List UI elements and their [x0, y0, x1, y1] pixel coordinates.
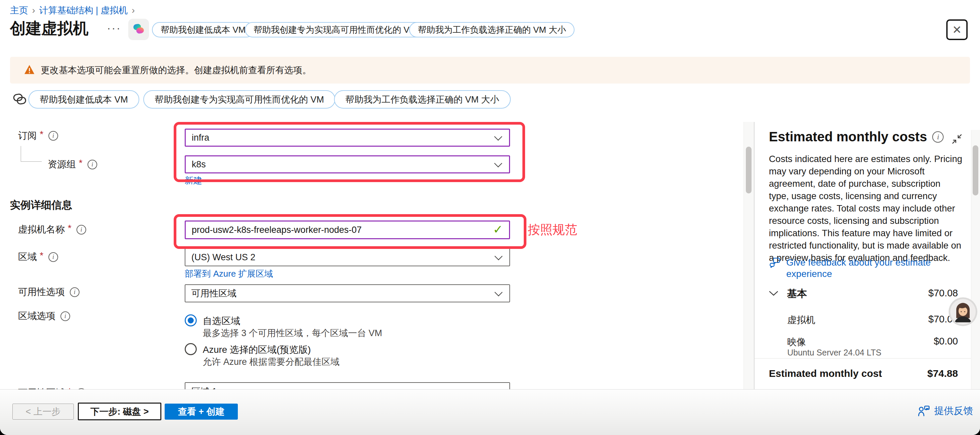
cost-item-name: 映像: [787, 336, 806, 349]
subscription-select[interactable]: infra: [185, 129, 510, 147]
deploy-extended-zones-link[interactable]: 部署到 Azure 扩展区域: [185, 268, 273, 280]
previous-button[interactable]: < 上一步: [12, 403, 74, 420]
suggestion-right-vm-size[interactable]: 帮助我为工作负载选择正确的 VM 大小: [409, 22, 574, 37]
feedback-bubbles-icon: [769, 257, 781, 280]
copilot-outline-icon: [11, 92, 28, 108]
availability-zone-value: 区域 1: [191, 386, 217, 389]
radio-azure-selected-zone-desc: 允许 Azure 根据需要分配最佳区域: [203, 356, 340, 368]
vm-name-input[interactable]: prod-usw2-k8s-freeleaps-worker-nodes-07 …: [185, 220, 510, 239]
form-scrollbar-thumb[interactable]: [746, 147, 751, 193]
create-vm-page: 主页 › 计算基础结构 | 虚拟机 › 创建虚拟机 ··· 帮助我创建低成: [0, 0, 980, 435]
region-select[interactable]: (US) West US 2: [185, 248, 510, 266]
annotation-text: 按照规范: [528, 221, 577, 238]
info-icon[interactable]: i: [88, 160, 97, 169]
panel-scrollbar-track[interactable]: [971, 130, 980, 389]
radio-self-selected-zone[interactable]: [185, 314, 197, 327]
next-disks-button[interactable]: 下一步: 磁盘 >: [78, 403, 161, 420]
resource-group-value: k8s: [192, 159, 206, 170]
breadcrumb: 主页 › 计算基础结构 | 虚拟机 ›: [10, 4, 135, 16]
chevron-down-icon: [494, 288, 502, 296]
close-button[interactable]: ✕: [946, 19, 968, 40]
availability-options-label: 可用性选项: [18, 286, 65, 298]
warning-banner: 更改基本选项可能会重置所做的选择。创建虚拟机前查看所有选项。: [10, 57, 970, 83]
basics-tab-content: 订阅 * i infra 资源组 * i k8s 新建 实例详细信息 虚拟机名称…: [0, 122, 980, 389]
subscription-label-row: 订阅 * i: [18, 129, 58, 142]
feedback-link[interactable]: 提供反馈: [918, 404, 973, 417]
chevron-down-icon: [494, 159, 502, 167]
vm-name-label-row: 虚拟机名称 * i: [18, 223, 86, 236]
create-new-resource-group-link[interactable]: 新建: [185, 175, 202, 186]
instance-details-heading: 实例详细信息: [10, 198, 72, 212]
feedback-label: 提供反馈: [934, 404, 973, 417]
radio-azure-selected-zone[interactable]: [185, 343, 197, 355]
close-icon: ✕: [952, 23, 962, 37]
warning-text: 更改基本选项可能会重置所做的选择。创建虚拟机前查看所有选项。: [41, 64, 311, 76]
resource-group-label-row: 资源组 * i: [48, 158, 97, 171]
vm-name-value: prod-usw2-k8s-freeleaps-worker-nodes-07: [192, 225, 362, 235]
info-icon[interactable]: i: [48, 131, 58, 141]
availability-zone-label: 可用性区域: [18, 387, 65, 389]
more-actions-icon[interactable]: ···: [107, 21, 121, 34]
region-label: 区域: [18, 250, 37, 263]
suggestion-right-vm-size[interactable]: 帮助我为工作负载选择正确的 VM 大小: [334, 90, 511, 108]
cost-item-amount: $0.00: [934, 336, 958, 347]
page-title: 创建虚拟机: [10, 18, 89, 39]
divider: [754, 358, 971, 359]
form-scrollbar-track[interactable]: [743, 122, 754, 389]
avatar[interactable]: [950, 299, 976, 324]
required-asterisk: *: [40, 250, 43, 261]
cost-item-note: Ubuntu Server 24.04 LTS: [787, 348, 881, 357]
availability-options-select[interactable]: 可用性区域: [185, 284, 510, 302]
chevron-down-icon: [494, 387, 502, 389]
breadcrumb-chevron-icon: ›: [132, 5, 135, 16]
panel-scrollbar-thumb[interactable]: [973, 145, 978, 196]
region-value: (US) West US 2: [191, 252, 256, 263]
copilot-button[interactable]: [128, 19, 149, 40]
suggestion-low-cost-vm[interactable]: 帮助我创建低成本 VM: [152, 22, 254, 37]
review-create-button[interactable]: 查看 + 创建: [165, 403, 238, 420]
breadcrumb-virtual-machines[interactable]: 计算基础结构 | 虚拟机: [39, 4, 127, 16]
vm-name-label: 虚拟机名称: [18, 223, 65, 236]
cost-group-amount: $70.08: [928, 288, 958, 299]
resource-group-select[interactable]: k8s: [185, 155, 510, 174]
cost-panel-title-row: Estimated monthly costs i: [769, 129, 943, 144]
availability-options-value: 可用性区域: [191, 287, 237, 300]
info-icon[interactable]: i: [76, 225, 86, 234]
cost-panel-description: Costs indicated here are estimates only.…: [769, 153, 963, 264]
availability-zone-label-row: 可用性区域 * i: [18, 387, 86, 389]
chevron-down-icon: [494, 252, 502, 260]
suggestion-high-availability-vm[interactable]: 帮助我创建专为实现高可用性而优化的 VM: [245, 22, 425, 37]
info-icon[interactable]: i: [48, 252, 58, 262]
info-icon[interactable]: i: [70, 287, 80, 297]
person-feedback-icon: [918, 405, 930, 417]
required-asterisk: *: [40, 129, 43, 140]
cost-panel-title: Estimated monthly costs: [769, 129, 927, 144]
subscription-value: infra: [192, 133, 209, 143]
required-asterisk: *: [79, 158, 83, 168]
required-asterisk: *: [68, 386, 72, 389]
valid-checkmark-icon: ✓: [493, 223, 503, 237]
collapse-panel-icon[interactable]: [951, 133, 963, 146]
radio-azure-selected-zone-label[interactable]: Azure 选择的区域(预览版): [203, 343, 311, 356]
radio-self-selected-zone-desc: 最多选择 3 个可用性区域，每个区域一台 VM: [203, 327, 382, 339]
suggestion-high-availability-vm[interactable]: 帮助我创建专为实现高可用性而优化的 VM: [143, 90, 335, 108]
required-asterisk: *: [68, 223, 72, 234]
tree-connector: [21, 146, 42, 162]
warning-icon: [24, 64, 35, 76]
zone-options-label-row: 区域选项 i: [18, 310, 70, 322]
availability-zone-select[interactable]: 区域 1: [185, 382, 510, 389]
cost-group-row[interactable]: 基本: [769, 287, 807, 301]
radio-self-selected-zone-label[interactable]: 自选区域: [203, 315, 240, 327]
breadcrumb-home[interactable]: 主页: [10, 4, 28, 16]
availability-options-label-row: 可用性选项 i: [18, 286, 80, 298]
info-icon[interactable]: i: [60, 311, 70, 321]
region-label-row: 区域 * i: [18, 250, 58, 263]
cost-total-amount: $74.88: [927, 368, 958, 379]
subscription-label: 订阅: [18, 129, 37, 142]
footer-bar: < 上一步 下一步: 磁盘 > 查看 + 创建 提供反馈: [0, 389, 980, 435]
cost-item-name: 虚拟机: [787, 314, 815, 327]
suggestion-low-cost-vm[interactable]: 帮助我创建低成本 VM: [29, 90, 139, 108]
cost-feedback-text: Give feedback about your estimate experi…: [786, 257, 947, 280]
cost-feedback-link[interactable]: Give feedback about your estimate experi…: [769, 257, 947, 280]
info-icon[interactable]: i: [932, 131, 943, 143]
